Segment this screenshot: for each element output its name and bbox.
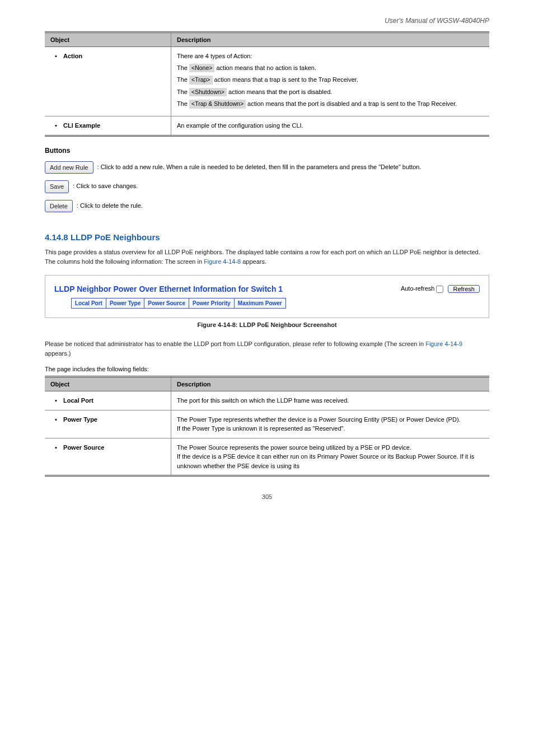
bullet-icon: • [50,121,62,130]
object-label: Action [63,53,82,59]
note-text-1: Please be noticed that administrator has… [45,340,425,347]
desc-cell: The port for this switch on which the LL… [171,391,490,410]
bullet-icon: • [50,396,62,405]
section-heading: 4.14.8 LLDP PoE Neighbours [45,232,489,242]
table-row: • Power Type The Power Type represents w… [45,410,489,438]
desc-pre: The [177,64,188,71]
object-label: Local Port [63,397,93,404]
buttons-block: Add new Rule : Click to add a new rule. … [45,161,489,213]
add-new-rule-button[interactable]: Add new Rule [45,161,93,174]
desc-line: There are 4 types of Action: [177,52,484,61]
desc-post: action means that the port is disabled a… [247,100,457,107]
desc-pre: The [177,76,188,83]
delete-button[interactable]: Delete [45,200,73,213]
option-pill-trap: <Trap> [189,76,212,85]
inset-title: LLDP Neighbor Power Over Ethernet Inform… [54,284,283,293]
desc-post: action means that the port is disabled. [228,88,332,95]
figure-xref-2: Figure 4-14-9 [425,340,462,347]
auto-refresh-label[interactable]: Auto-refresh [401,285,446,293]
poe-neighbour-screenshot: LLDP Neighbor Power Over Ethernet Inform… [45,275,489,318]
table2-lead: The page includes the following fields: [45,366,489,372]
section-number: 4.14.8 [45,232,68,242]
col-header-object: Object [45,32,171,47]
desc-post: action means that no action is taken. [216,64,316,71]
section-body: This page provides a status overview for… [45,248,489,266]
object-label: CLI Example [63,122,100,129]
object-label: Power Source [63,444,104,451]
page-header-docname: User's Manual of WGSW-48040HP [45,17,489,25]
section-body-2: appears. [242,258,266,265]
figure-caption: Figure 4-14-8: LLDP PoE Neighbour Screen… [45,321,489,328]
bullet-icon: • [50,415,62,424]
object-description-table-2: Object Description • Local Port The port… [45,376,489,477]
desc-cell: The Power Type represents whether the de… [171,410,490,438]
section-title: LLDP PoE Neighbours [71,232,160,242]
refresh-button[interactable]: Refresh [448,285,480,293]
buttons-heading: Buttons [45,147,489,155]
table-row: • Action There are 4 types of Action: Th… [45,47,489,116]
col-header-description: Description [171,32,490,47]
desc-cell: The Power Source represents the power so… [171,438,490,476]
bullet-icon: • [50,52,62,61]
object-description-table-1: Object Description • Action There are 4 … [45,31,489,137]
desc-cell: An example of the configuration using th… [171,116,490,136]
bullet-icon: • [50,443,62,452]
col-max-power: Maximum Power [234,298,285,309]
col-power-priority: Power Priority [189,298,235,309]
col-local-port: Local Port [72,298,106,309]
note-text-2: appears.) [45,350,71,357]
col-header-description: Description [171,377,490,391]
auto-refresh-checkbox[interactable] [436,286,443,293]
table-row: • Power Source The Power Source represen… [45,438,489,476]
table-row: • Local Port The port for this switch on… [45,391,489,410]
button-desc: : Click to add a new rule. When a rule i… [97,164,421,170]
option-pill-shutdown: <Shutdown> [189,88,227,97]
col-power-source: Power Source [144,298,189,309]
option-pill-trap-shutdown: <Trap & Shutdown> [189,100,246,109]
note-line: Please be noticed that administrator has… [45,339,489,358]
save-button[interactable]: Save [45,180,69,193]
col-power-type: Power Type [106,298,144,309]
desc-pre: The [177,100,188,107]
desc-post: action means that a trap is sent to the … [214,76,358,83]
lldp-poe-table: Local Port Power Type Power Source Power… [71,298,286,309]
button-desc: : Click to save changes. [73,183,138,189]
figure-xref: Figure 4-14-8 [204,258,241,265]
button-desc: : Click to delete the rule. [77,202,143,209]
page-number: 305 [45,493,489,500]
object-label: Power Type [63,416,97,423]
desc-pre: The [177,88,188,95]
table-row: • CLI Example An example of the configur… [45,116,489,136]
col-header-object: Object [45,377,171,391]
auto-refresh-text: Auto-refresh [401,285,435,292]
option-pill-none: <None> [189,64,214,73]
